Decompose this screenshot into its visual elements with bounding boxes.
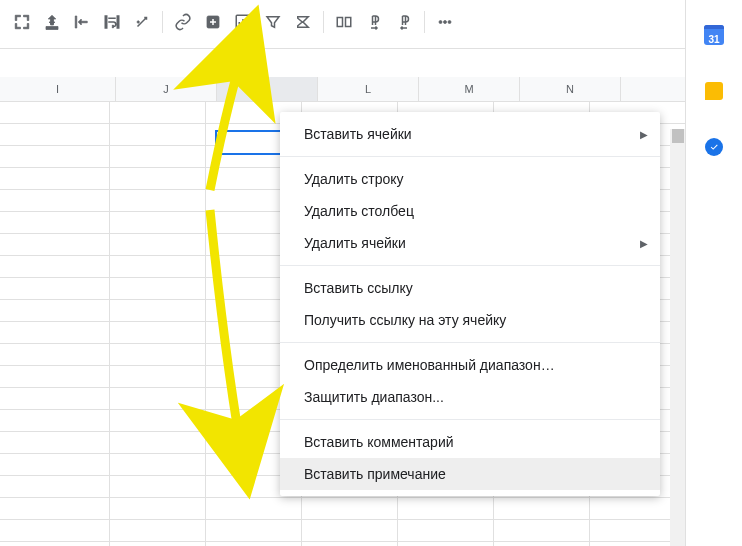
scrollbar-thumb[interactable] [672, 129, 684, 143]
cell[interactable] [0, 520, 110, 542]
merge-button[interactable] [330, 8, 358, 36]
context-menu-item[interactable]: Получить ссылку на эту ячейку [280, 304, 660, 336]
wrap-button[interactable] [98, 8, 126, 36]
cell[interactable] [206, 520, 302, 542]
cell[interactable] [398, 542, 494, 546]
cell[interactable] [206, 498, 302, 520]
cell[interactable] [0, 124, 110, 146]
context-menu-separator [280, 419, 660, 420]
context-menu-separator [280, 156, 660, 157]
column-headers: IJKLMN [0, 77, 686, 102]
cell[interactable] [110, 124, 206, 146]
cell[interactable] [110, 146, 206, 168]
context-menu-item[interactable]: Вставить примечание [280, 458, 660, 490]
cell[interactable] [110, 190, 206, 212]
context-menu-label: Вставить примечание [304, 466, 446, 482]
cell[interactable] [0, 322, 110, 344]
insert-comment-button[interactable] [199, 8, 227, 36]
cell[interactable] [0, 432, 110, 454]
svg-point-6 [448, 21, 451, 24]
cell[interactable] [110, 168, 206, 190]
cell[interactable] [0, 410, 110, 432]
cell[interactable] [110, 212, 206, 234]
cell[interactable] [110, 300, 206, 322]
column-header-I[interactable]: I [0, 77, 116, 101]
cell[interactable] [110, 388, 206, 410]
text-rotate-button[interactable] [128, 8, 156, 36]
functions-button[interactable] [289, 8, 317, 36]
context-menu-item[interactable]: Удалить ячейки▶ [280, 227, 660, 259]
column-header-M[interactable]: M [419, 77, 520, 101]
ltr-button[interactable] [360, 8, 388, 36]
cell[interactable] [398, 498, 494, 520]
rtl-button[interactable] [390, 8, 418, 36]
cell[interactable] [0, 454, 110, 476]
context-menu-item[interactable]: Удалить столбец [280, 195, 660, 227]
context-menu-item[interactable]: Защитить диапазон... [280, 381, 660, 413]
cell[interactable] [0, 102, 110, 124]
cell[interactable] [0, 212, 110, 234]
cell[interactable] [494, 542, 590, 546]
cell[interactable] [110, 520, 206, 542]
more-button[interactable] [431, 8, 459, 36]
context-menu-item[interactable]: Вставить комментарий [280, 426, 660, 458]
cell[interactable] [302, 498, 398, 520]
cell[interactable] [0, 300, 110, 322]
tasks-icon[interactable] [703, 136, 725, 158]
toolbar-separator [323, 11, 324, 33]
cell[interactable] [494, 498, 590, 520]
cell[interactable] [0, 388, 110, 410]
side-panel: 31 [685, 0, 742, 546]
cell[interactable] [110, 234, 206, 256]
cell[interactable] [494, 520, 590, 542]
cell[interactable] [110, 410, 206, 432]
toolbar-separator [424, 11, 425, 33]
column-header-J[interactable]: J [116, 77, 217, 101]
calendar-icon[interactable]: 31 [703, 24, 725, 46]
context-menu-item[interactable]: Вставить ссылку [280, 272, 660, 304]
cell[interactable] [0, 476, 110, 498]
cell[interactable] [110, 322, 206, 344]
column-header-L[interactable]: L [318, 77, 419, 101]
insert-link-button[interactable] [169, 8, 197, 36]
context-menu-item[interactable]: Определить именованный диапазон… [280, 349, 660, 381]
cell[interactable] [302, 520, 398, 542]
cell[interactable] [206, 542, 302, 546]
cell[interactable] [0, 344, 110, 366]
cell[interactable] [110, 366, 206, 388]
cell[interactable] [0, 146, 110, 168]
filter-button[interactable] [259, 8, 287, 36]
context-menu-label: Вставить комментарий [304, 434, 454, 450]
cell[interactable] [0, 542, 110, 546]
cell[interactable] [110, 454, 206, 476]
borders-button[interactable] [8, 8, 36, 36]
context-menu-item[interactable]: Вставить ячейки▶ [280, 118, 660, 150]
context-menu-item[interactable]: Удалить строку [280, 163, 660, 195]
context-menu-label: Удалить столбец [304, 203, 414, 219]
cell[interactable] [0, 498, 110, 520]
submenu-arrow-icon: ▶ [640, 129, 648, 140]
cell[interactable] [110, 102, 206, 124]
cell[interactable] [110, 278, 206, 300]
cell[interactable] [302, 542, 398, 546]
cell[interactable] [110, 498, 206, 520]
cell[interactable] [0, 234, 110, 256]
keep-icon[interactable] [703, 80, 725, 102]
cell[interactable] [398, 520, 494, 542]
cell[interactable] [0, 278, 110, 300]
cell[interactable] [0, 256, 110, 278]
valign-button[interactable] [38, 8, 66, 36]
cell[interactable] [0, 190, 110, 212]
cell[interactable] [110, 476, 206, 498]
vertical-scrollbar[interactable] [670, 129, 686, 546]
cell[interactable] [110, 542, 206, 546]
column-header-K[interactable]: K [217, 77, 318, 101]
cell[interactable] [110, 256, 206, 278]
cell[interactable] [0, 366, 110, 388]
column-header-N[interactable]: N [520, 77, 621, 101]
cell[interactable] [110, 344, 206, 366]
insert-chart-button[interactable] [229, 8, 257, 36]
halign-button[interactable] [68, 8, 96, 36]
cell[interactable] [0, 168, 110, 190]
cell[interactable] [110, 432, 206, 454]
